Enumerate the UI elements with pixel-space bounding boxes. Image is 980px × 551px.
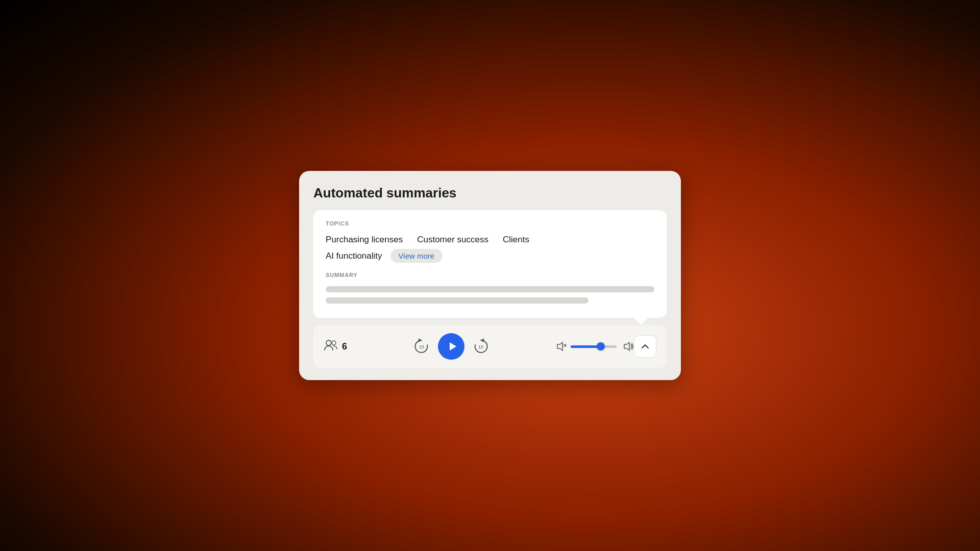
skip-forward-button[interactable]: 15 [470, 335, 492, 358]
participant-count: 6 [342, 341, 347, 352]
topic-customer-success: Customer success [417, 235, 488, 245]
topic-purchasing-licenses: Purchasing licenses [326, 235, 403, 245]
participants-group: 6 [324, 339, 347, 354]
topics-row-2: AI functionality View more [326, 249, 654, 263]
automated-summaries-card: Automated summaries TOPICS Purchasing li… [299, 171, 681, 380]
volume-track [571, 345, 617, 348]
svg-marker-5 [557, 342, 562, 350]
topics-panel: TOPICS Purchasing licenses Customer succ… [313, 210, 667, 318]
mute-button[interactable] [555, 341, 567, 352]
topic-ai-functionality: AI functionality [326, 251, 382, 261]
summary-line-2 [326, 297, 589, 304]
volume-section [555, 341, 634, 352]
topic-clients: Clients [503, 235, 529, 245]
participants-icon [324, 339, 338, 354]
card-title: Automated summaries [313, 185, 667, 203]
collapse-button[interactable] [634, 335, 656, 358]
summary-section: SUMMARY [326, 272, 654, 304]
skip-back-button[interactable]: 15 [410, 335, 433, 358]
svg-point-0 [326, 340, 331, 345]
play-button[interactable] [438, 333, 464, 360]
svg-marker-3 [450, 342, 456, 350]
volume-slider[interactable] [571, 341, 617, 352]
svg-text:15: 15 [419, 344, 424, 349]
volume-thumb [597, 342, 605, 350]
svg-marker-8 [624, 342, 629, 350]
svg-text:15: 15 [478, 344, 483, 349]
player-panel: 6 15 15 [313, 325, 667, 368]
volume-high-button[interactable] [623, 341, 634, 352]
player-controls: 15 15 [359, 333, 543, 360]
topics-section-label: TOPICS [326, 220, 654, 227]
svg-point-1 [332, 341, 336, 345]
summary-lines [326, 286, 654, 304]
summary-line-1 [326, 286, 654, 292]
summary-section-label: SUMMARY [326, 272, 654, 278]
view-more-button[interactable]: View more [390, 249, 443, 263]
topics-row-1: Purchasing licenses Customer success Cli… [326, 235, 654, 245]
